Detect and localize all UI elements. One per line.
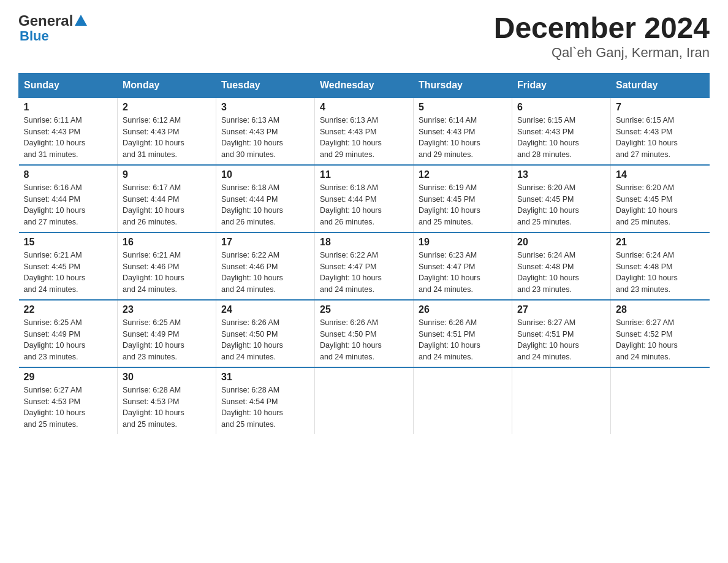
logo-general-text: General — [18, 12, 73, 29]
calendar-cell: 22 Sunrise: 6:25 AM Sunset: 4:49 PM Dayl… — [19, 300, 118, 367]
calendar-cell: 2 Sunrise: 6:12 AM Sunset: 4:43 PM Dayli… — [118, 98, 216, 165]
day-number: 13 — [517, 169, 605, 180]
day-info: Sunrise: 6:18 AM Sunset: 4:44 PM Dayligh… — [320, 182, 408, 228]
day-info: Sunrise: 6:20 AM Sunset: 4:45 PM Dayligh… — [616, 182, 705, 228]
day-info: Sunrise: 6:28 AM Sunset: 4:53 PM Dayligh… — [123, 385, 211, 431]
calendar-cell: 13 Sunrise: 6:20 AM Sunset: 4:45 PM Dayl… — [512, 165, 611, 232]
day-number: 22 — [24, 304, 113, 315]
calendar-cell: 25 Sunrise: 6:26 AM Sunset: 4:50 PM Dayl… — [315, 300, 414, 367]
calendar-cell — [611, 367, 710, 434]
day-number: 26 — [419, 304, 507, 315]
day-info: Sunrise: 6:24 AM Sunset: 4:48 PM Dayligh… — [517, 250, 605, 296]
day-number: 17 — [221, 237, 309, 248]
calendar-cell: 6 Sunrise: 6:15 AM Sunset: 4:43 PM Dayli… — [512, 98, 611, 165]
day-info: Sunrise: 6:23 AM Sunset: 4:47 PM Dayligh… — [419, 250, 507, 296]
calendar-cell: 30 Sunrise: 6:28 AM Sunset: 4:53 PM Dayl… — [118, 367, 216, 434]
page-title: December 2024 — [494, 12, 710, 45]
day-info: Sunrise: 6:11 AM Sunset: 4:43 PM Dayligh… — [24, 115, 113, 161]
day-number: 15 — [24, 237, 113, 248]
day-number: 11 — [320, 169, 408, 180]
day-number: 27 — [517, 304, 605, 315]
calendar-cell: 12 Sunrise: 6:19 AM Sunset: 4:45 PM Dayl… — [414, 165, 512, 232]
day-info: Sunrise: 6:15 AM Sunset: 4:43 PM Dayligh… — [616, 115, 705, 161]
calendar-cell: 16 Sunrise: 6:21 AM Sunset: 4:46 PM Dayl… — [118, 232, 216, 300]
col-header-thursday: Thursday — [414, 73, 512, 98]
day-info: Sunrise: 6:21 AM Sunset: 4:46 PM Dayligh… — [123, 250, 211, 296]
calendar-week-row: 29 Sunrise: 6:27 AM Sunset: 4:53 PM Dayl… — [19, 367, 710, 434]
calendar-cell: 4 Sunrise: 6:13 AM Sunset: 4:43 PM Dayli… — [315, 98, 414, 165]
day-number: 1 — [24, 102, 113, 113]
calendar-cell — [414, 367, 512, 434]
day-number: 8 — [24, 169, 113, 180]
title-block: December 2024 Qal`eh Ganj, Kerman, Iran — [494, 12, 710, 61]
day-info: Sunrise: 6:19 AM Sunset: 4:45 PM Dayligh… — [419, 182, 507, 228]
calendar-cell: 17 Sunrise: 6:22 AM Sunset: 4:46 PM Dayl… — [216, 232, 315, 300]
calendar-cell: 5 Sunrise: 6:14 AM Sunset: 4:43 PM Dayli… — [414, 98, 512, 165]
day-info: Sunrise: 6:26 AM Sunset: 4:50 PM Dayligh… — [221, 317, 309, 363]
calendar-cell: 24 Sunrise: 6:26 AM Sunset: 4:50 PM Dayl… — [216, 300, 315, 367]
day-number: 2 — [123, 102, 211, 113]
day-info: Sunrise: 6:28 AM Sunset: 4:54 PM Dayligh… — [221, 385, 309, 431]
calendar-cell: 27 Sunrise: 6:27 AM Sunset: 4:51 PM Dayl… — [512, 300, 611, 367]
day-number: 7 — [616, 102, 705, 113]
day-info: Sunrise: 6:26 AM Sunset: 4:51 PM Dayligh… — [419, 317, 507, 363]
day-info: Sunrise: 6:17 AM Sunset: 4:44 PM Dayligh… — [123, 182, 211, 228]
day-number: 29 — [24, 372, 113, 383]
calendar-week-row: 8 Sunrise: 6:16 AM Sunset: 4:44 PM Dayli… — [19, 165, 710, 232]
day-number: 25 — [320, 304, 408, 315]
logo-blue-text: Blue — [18, 28, 49, 44]
calendar-cell: 9 Sunrise: 6:17 AM Sunset: 4:44 PM Dayli… — [118, 165, 216, 232]
day-info: Sunrise: 6:22 AM Sunset: 4:47 PM Dayligh… — [320, 250, 408, 296]
calendar-week-row: 15 Sunrise: 6:21 AM Sunset: 4:45 PM Dayl… — [19, 232, 710, 300]
day-info: Sunrise: 6:25 AM Sunset: 4:49 PM Dayligh… — [24, 317, 113, 363]
page-subtitle: Qal`eh Ganj, Kerman, Iran — [494, 45, 710, 61]
calendar-table: SundayMondayTuesdayWednesdayThursdayFrid… — [18, 73, 710, 434]
col-header-tuesday: Tuesday — [216, 73, 315, 98]
day-number: 19 — [419, 237, 507, 248]
calendar-cell: 10 Sunrise: 6:18 AM Sunset: 4:44 PM Dayl… — [216, 165, 315, 232]
day-info: Sunrise: 6:27 AM Sunset: 4:53 PM Dayligh… — [24, 385, 113, 431]
day-number: 4 — [320, 102, 408, 113]
day-info: Sunrise: 6:15 AM Sunset: 4:43 PM Dayligh… — [517, 115, 605, 161]
logo: General Blue — [18, 12, 87, 44]
calendar-cell: 19 Sunrise: 6:23 AM Sunset: 4:47 PM Dayl… — [414, 232, 512, 300]
calendar-cell: 14 Sunrise: 6:20 AM Sunset: 4:45 PM Dayl… — [611, 165, 710, 232]
day-number: 5 — [419, 102, 507, 113]
day-number: 23 — [123, 304, 211, 315]
day-number: 16 — [123, 237, 211, 248]
day-number: 14 — [616, 169, 705, 180]
day-info: Sunrise: 6:13 AM Sunset: 4:43 PM Dayligh… — [320, 115, 408, 161]
calendar-cell: 7 Sunrise: 6:15 AM Sunset: 4:43 PM Dayli… — [611, 98, 710, 165]
calendar-cell: 23 Sunrise: 6:25 AM Sunset: 4:49 PM Dayl… — [118, 300, 216, 367]
day-info: Sunrise: 6:21 AM Sunset: 4:45 PM Dayligh… — [24, 250, 113, 296]
day-number: 21 — [616, 237, 705, 248]
calendar-cell: 20 Sunrise: 6:24 AM Sunset: 4:48 PM Dayl… — [512, 232, 611, 300]
day-number: 31 — [221, 372, 309, 383]
day-number: 10 — [221, 169, 309, 180]
day-info: Sunrise: 6:25 AM Sunset: 4:49 PM Dayligh… — [123, 317, 211, 363]
day-number: 6 — [517, 102, 605, 113]
calendar-cell — [315, 367, 414, 434]
day-info: Sunrise: 6:27 AM Sunset: 4:52 PM Dayligh… — [616, 317, 705, 363]
calendar-cell: 1 Sunrise: 6:11 AM Sunset: 4:43 PM Dayli… — [19, 98, 118, 165]
day-number: 30 — [123, 372, 211, 383]
col-header-monday: Monday — [118, 73, 216, 98]
day-info: Sunrise: 6:24 AM Sunset: 4:48 PM Dayligh… — [616, 250, 705, 296]
day-number: 24 — [221, 304, 309, 315]
calendar-cell: 11 Sunrise: 6:18 AM Sunset: 4:44 PM Dayl… — [315, 165, 414, 232]
page-header: General Blue December 2024 Qal`eh Ganj, … — [18, 12, 710, 61]
day-info: Sunrise: 6:12 AM Sunset: 4:43 PM Dayligh… — [123, 115, 211, 161]
day-info: Sunrise: 6:20 AM Sunset: 4:45 PM Dayligh… — [517, 182, 605, 228]
day-info: Sunrise: 6:26 AM Sunset: 4:50 PM Dayligh… — [320, 317, 408, 363]
day-number: 18 — [320, 237, 408, 248]
col-header-wednesday: Wednesday — [315, 73, 414, 98]
col-header-saturday: Saturday — [611, 73, 710, 98]
day-info: Sunrise: 6:14 AM Sunset: 4:43 PM Dayligh… — [419, 115, 507, 161]
day-info: Sunrise: 6:27 AM Sunset: 4:51 PM Dayligh… — [517, 317, 605, 363]
calendar-cell: 8 Sunrise: 6:16 AM Sunset: 4:44 PM Dayli… — [19, 165, 118, 232]
calendar-cell: 29 Sunrise: 6:27 AM Sunset: 4:53 PM Dayl… — [19, 367, 118, 434]
calendar-week-row: 22 Sunrise: 6:25 AM Sunset: 4:49 PM Dayl… — [19, 300, 710, 367]
day-number: 9 — [123, 169, 211, 180]
calendar-cell: 15 Sunrise: 6:21 AM Sunset: 4:45 PM Dayl… — [19, 232, 118, 300]
calendar-cell: 26 Sunrise: 6:26 AM Sunset: 4:51 PM Dayl… — [414, 300, 512, 367]
